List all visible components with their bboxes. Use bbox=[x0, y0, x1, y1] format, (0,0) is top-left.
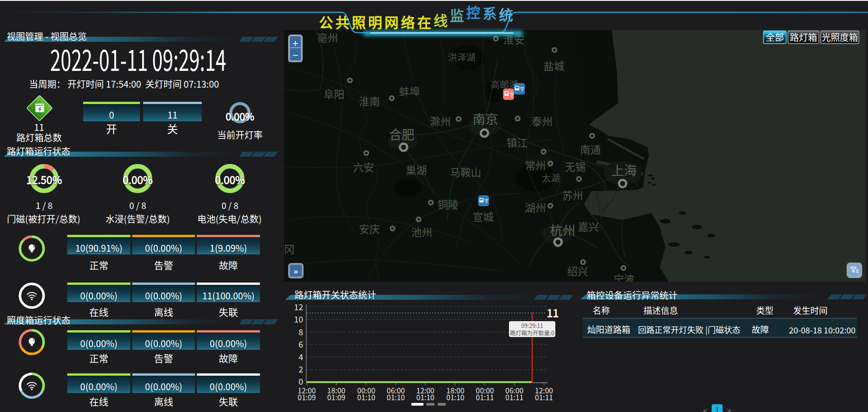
svg-text:南通: 南通 bbox=[580, 141, 601, 157]
svg-text:绍兴: 绍兴 bbox=[567, 263, 588, 278]
svg-text:冈: 冈 bbox=[284, 241, 294, 256]
svg-text:安庆: 安庆 bbox=[359, 221, 380, 236]
svg-text:阜阳: 阜阳 bbox=[324, 86, 344, 101]
svg-text:滁州: 滁州 bbox=[430, 113, 451, 129]
svg-text:上海: 上海 bbox=[611, 161, 637, 179]
svg-text:池州: 池州 bbox=[411, 224, 432, 239]
svg-text:湖州: 湖州 bbox=[525, 199, 546, 215]
svg-text:杭州: 杭州 bbox=[550, 221, 575, 239]
svg-text:马鞍山: 马鞍山 bbox=[450, 164, 481, 179]
svg-text:南京: 南京 bbox=[473, 109, 498, 128]
svg-text:嘉兴: 嘉兴 bbox=[578, 218, 599, 234]
svg-text:淮南: 淮南 bbox=[359, 93, 380, 109]
svg-text:苏州: 苏州 bbox=[562, 187, 583, 203]
svg-text:洪泽湖: 洪泽湖 bbox=[448, 50, 475, 64]
svg-text:无锡: 无锡 bbox=[565, 159, 586, 174]
svg-text:蚌埠: 蚌埠 bbox=[399, 83, 420, 99]
svg-text:太湖: 太湖 bbox=[542, 171, 560, 184]
svg-text:常州: 常州 bbox=[525, 157, 546, 173]
svg-text:宣城: 宣城 bbox=[473, 208, 494, 224]
svg-text:铜陵: 铜陵 bbox=[438, 196, 459, 212]
svg-text:宁波: 宁波 bbox=[614, 271, 634, 282]
svg-text:六安: 六安 bbox=[353, 159, 374, 174]
svg-text:合肥: 合肥 bbox=[389, 125, 414, 143]
svg-text:盐城: 盐城 bbox=[544, 58, 564, 73]
svg-text:镇江: 镇江 bbox=[507, 134, 528, 150]
svg-text:巢湖: 巢湖 bbox=[406, 162, 427, 177]
svg-text:泰州: 泰州 bbox=[532, 113, 553, 129]
